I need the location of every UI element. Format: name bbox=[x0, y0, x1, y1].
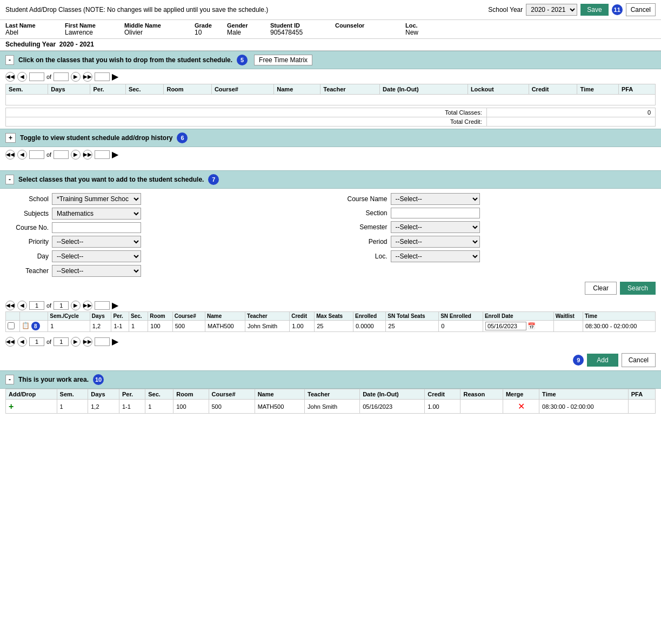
res-pg-go-btn[interactable]: ▶ bbox=[112, 300, 118, 310]
drop-pg-first[interactable]: ◀◀ bbox=[5, 72, 15, 82]
drop-pg-next[interactable]: ▶ bbox=[71, 72, 81, 82]
subjects-select[interactable]: Mathematics bbox=[52, 208, 141, 220]
grade-value: 10 bbox=[195, 29, 227, 36]
res-row-check[interactable] bbox=[6, 321, 20, 332]
res-pg2-go[interactable] bbox=[95, 337, 110, 346]
res-row-maxseats: 25 bbox=[315, 321, 353, 332]
wa-row-room: 100 bbox=[173, 400, 209, 414]
period-select[interactable]: --Select-- bbox=[391, 236, 480, 248]
res-row-icon-cell[interactable]: 📋 8 bbox=[19, 321, 48, 332]
row-checkbox[interactable] bbox=[8, 322, 15, 329]
wa-row-merge: ✕ bbox=[503, 400, 539, 414]
results-table: Sem./Cycle Days Per. Sec. Room Course# N… bbox=[5, 311, 656, 332]
hist-pg-next[interactable]: ▶ bbox=[71, 150, 81, 160]
hist-pg-first[interactable]: ◀◀ bbox=[5, 150, 15, 160]
work-area-table: Add/Drop Sem. Days Per. Sec. Room Course… bbox=[5, 389, 656, 414]
res-pg-total[interactable] bbox=[54, 301, 69, 310]
filter-form: School *Training Summer Schoc Subjects M… bbox=[0, 189, 661, 299]
page-title: Student Add/Drop Classes (NOTE: No chang… bbox=[5, 6, 268, 14]
search-button[interactable]: Search bbox=[620, 282, 656, 295]
drop-pg-go-btn[interactable]: ▶ bbox=[112, 71, 118, 82]
col-teacher: Teacher bbox=[321, 84, 380, 95]
res-pg2-next[interactable]: ▶ bbox=[71, 337, 81, 347]
school-select[interactable]: *Training Summer Schoc bbox=[52, 193, 141, 205]
total-classes-label: Total Classes: bbox=[6, 108, 487, 117]
work-badge: 10 bbox=[93, 374, 104, 385]
course-no-filter-row: Course No. bbox=[5, 222, 323, 233]
res-col-sntotal: SN Total Seats bbox=[386, 312, 439, 321]
res-pg2-first[interactable]: ◀◀ bbox=[5, 337, 15, 347]
cancel-btn-add[interactable]: Cancel bbox=[622, 353, 656, 367]
col-days: Days bbox=[48, 84, 90, 95]
school-year-select[interactable]: 2020 - 2021 bbox=[526, 4, 577, 16]
semester-select[interactable]: --Select-- bbox=[391, 221, 480, 233]
hist-pg-input[interactable] bbox=[29, 150, 44, 159]
course-no-input[interactable] bbox=[52, 222, 141, 233]
res-pg-first[interactable]: ◀◀ bbox=[5, 301, 15, 310]
col-room: Room bbox=[164, 84, 211, 95]
work-section-text: This is your work area. bbox=[18, 376, 89, 383]
res-pg-last[interactable]: ▶▶ bbox=[83, 301, 92, 310]
wa-row-days: 1,2 bbox=[88, 400, 119, 414]
day-select[interactable]: --Select-- bbox=[52, 250, 141, 262]
course-name-select[interactable]: --Select-- bbox=[391, 193, 480, 205]
enroll-date-input[interactable] bbox=[485, 322, 526, 330]
res-row-enrolled: 0.0000 bbox=[353, 321, 385, 332]
wa-col-room: Room bbox=[173, 389, 209, 400]
col-per: Per. bbox=[90, 84, 125, 95]
hist-pg-go-btn[interactable]: ▶ bbox=[112, 149, 118, 160]
res-pg2-total[interactable] bbox=[54, 337, 69, 346]
wa-col-teacher: Teacher bbox=[305, 389, 360, 400]
drop-pg-last[interactable]: ▶▶ bbox=[83, 72, 92, 82]
res-pg2-go-btn[interactable]: ▶ bbox=[112, 336, 118, 347]
clear-button[interactable]: Clear bbox=[585, 282, 617, 295]
save-button[interactable]: Save bbox=[580, 4, 608, 16]
hist-pg-last[interactable]: ▶▶ bbox=[83, 150, 92, 160]
res-col-maxseats: Max Seats bbox=[315, 312, 353, 321]
first-name-label: First Name bbox=[65, 22, 124, 29]
merge-x-icon[interactable]: ✕ bbox=[518, 402, 525, 411]
hist-pg-prev[interactable]: ◀ bbox=[17, 150, 27, 160]
drop-pg-prev[interactable]: ◀ bbox=[17, 72, 27, 82]
res-pg2-prev[interactable]: ◀ bbox=[17, 337, 27, 347]
add-button[interactable]: Add bbox=[587, 354, 618, 367]
loc-select[interactable]: --Select-- bbox=[391, 250, 480, 262]
add-toggle-btn[interactable]: - bbox=[5, 175, 14, 184]
teacher-select[interactable]: --Select-- bbox=[52, 265, 141, 277]
res-col-snenrolled: SN Enrolled bbox=[439, 312, 483, 321]
res-pg2-input[interactable] bbox=[29, 337, 44, 346]
col-time: Time bbox=[577, 84, 619, 95]
school-year-label: School Year bbox=[488, 6, 523, 14]
priority-select[interactable]: --Select-- bbox=[52, 236, 141, 248]
drop-pg-go[interactable] bbox=[95, 72, 110, 81]
res-col-waitlist: Waitlist bbox=[553, 312, 583, 321]
drop-toggle-btn[interactable]: - bbox=[5, 55, 14, 65]
semester-label: Semester bbox=[339, 223, 388, 231]
history-toggle-btn[interactable]: + bbox=[5, 133, 16, 143]
res-pg-go[interactable] bbox=[95, 301, 110, 310]
res-pg-input[interactable] bbox=[29, 301, 44, 310]
wa-col-time: Time bbox=[539, 389, 629, 400]
student-id-cell: Student ID 905478455 bbox=[270, 22, 335, 36]
res-col-days: Days bbox=[90, 312, 111, 321]
res-pg-next[interactable]: ▶ bbox=[71, 301, 81, 310]
priority-label: Priority bbox=[5, 238, 49, 245]
work-toggle-btn[interactable]: - bbox=[5, 375, 14, 384]
calendar-icon[interactable]: 📅 bbox=[528, 322, 536, 330]
drop-pg-total[interactable] bbox=[54, 72, 69, 81]
free-time-matrix-btn[interactable]: Free Time Matrix bbox=[254, 55, 312, 65]
res-row-sem: 1 bbox=[48, 321, 90, 332]
hist-pg-total[interactable] bbox=[54, 150, 69, 159]
loc-label: Loc. bbox=[405, 22, 438, 29]
wa-row-time: 08:30:00 - 02:00:00 bbox=[539, 400, 629, 414]
cancel-button[interactable]: Cancel bbox=[626, 3, 656, 16]
res-pg-prev[interactable]: ◀ bbox=[17, 301, 27, 310]
res-row-waitlist bbox=[553, 321, 583, 332]
priority-filter-row: Priority --Select-- bbox=[5, 236, 323, 248]
scheduling-year-bar: Scheduling Year 2020 - 2021 bbox=[0, 39, 661, 51]
drop-pg-input[interactable] bbox=[29, 72, 44, 81]
hist-pg-go[interactable] bbox=[95, 150, 110, 159]
history-badge: 6 bbox=[177, 132, 188, 143]
res-pg2-last[interactable]: ▶▶ bbox=[83, 337, 92, 347]
section-input[interactable] bbox=[391, 208, 480, 218]
